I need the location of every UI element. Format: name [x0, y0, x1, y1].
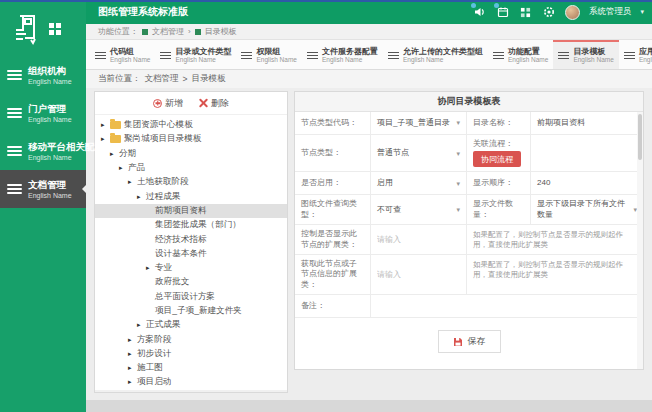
caret-right-icon[interactable]: ▸: [119, 164, 128, 172]
tree-item[interactable]: 设计基本条件: [95, 247, 287, 261]
add-button[interactable]: 新增: [153, 97, 183, 110]
tab-lines-icon: [388, 50, 399, 61]
sidebar-item-org[interactable]: 组织机构 English Name: [0, 56, 86, 94]
user-name[interactable]: 系统管理员: [589, 6, 632, 18]
form-title: 协同目录模板表: [295, 92, 643, 112]
tab-label: 文件服务器配置: [322, 47, 378, 56]
tree-item[interactable]: ▸产品: [95, 161, 287, 175]
save-button[interactable]: 保存: [438, 330, 501, 353]
form-row: 控制是否显示此节点的扩展类： 如果配置了，则控制节点是否显示的规则起作用，直接使…: [295, 225, 643, 255]
file-count-select[interactable]: 显示下级目录下所有文件数量▾: [531, 195, 643, 224]
function-crumb-1[interactable]: 文档管理: [152, 26, 184, 37]
bottom-strip: [86, 400, 652, 412]
tab-dir-file-type[interactable]: 目录或文件类型English Name: [155, 40, 236, 69]
caret-right-icon[interactable]: ▸: [128, 336, 137, 344]
crumb-separator: ›: [188, 27, 191, 36]
user-avatar[interactable]: [565, 5, 580, 20]
query-type-value: 不可查: [377, 205, 401, 215]
scrollbar-thumb[interactable]: [638, 114, 642, 160]
tree-item[interactable]: ▸邮件文件: [95, 390, 287, 392]
flow-select-button[interactable]: 协同流程: [473, 151, 521, 167]
caret-right-icon[interactable]: ▸: [137, 321, 146, 329]
caret-right-icon[interactable]: ▸: [146, 264, 155, 272]
fullscreen-icon[interactable]: [519, 5, 533, 19]
breadcrumb-item-template[interactable]: 目录模板: [191, 73, 225, 85]
tab-permission-group[interactable]: 权限组English Name: [236, 40, 301, 69]
sidebar-item-sub: English Name: [28, 116, 72, 123]
caret-right-icon[interactable]: ▸: [101, 121, 110, 129]
tree-item[interactable]: 项目_子项_新建文件夹: [95, 304, 287, 318]
caret-right-icon[interactable]: ▸: [128, 178, 137, 186]
menu-lines-icon: [7, 182, 22, 196]
caret-right-icon[interactable]: ▸: [128, 350, 137, 358]
fetch-ext-input[interactable]: [377, 270, 460, 279]
tab-lines-icon: [160, 50, 171, 61]
sound-icon[interactable]: [473, 5, 487, 19]
tree-item[interactable]: ▸聚尚城项目目录模板: [95, 132, 287, 146]
caret-right-icon[interactable]: ▸: [128, 364, 137, 372]
tree-item[interactable]: ▸项目启动: [95, 375, 287, 389]
tree-item[interactable]: 总平面设计方案: [95, 290, 287, 304]
tab-function-config[interactable]: 功能配置English Name: [488, 40, 553, 69]
tree-item[interactable]: ▸专业: [95, 261, 287, 275]
sidebar-item-label: 组织机构: [28, 65, 72, 78]
delete-button[interactable]: 删除: [199, 97, 229, 110]
tree-item[interactable]: ▸方案阶段: [95, 332, 287, 346]
tab-lines-icon: [624, 50, 635, 61]
tree-item[interactable]: ▸土地获取阶段: [95, 175, 287, 189]
order-label: 显示顺序：: [467, 172, 531, 194]
template-form-panel: 协同目录模板表 节点类型代码： 项目_子项_普通目录▾ 目录名称： 前期项目资料…: [294, 91, 644, 370]
tree-item-label: 总平面设计方案: [155, 291, 215, 303]
sidebar-item-mobile[interactable]: 移动平台相关配置 English Name: [0, 132, 86, 170]
add-button-label: 新增: [165, 97, 183, 110]
show-ext-input[interactable]: [377, 235, 460, 244]
apps-grid-icon[interactable]: [49, 23, 61, 35]
tab-sub: English Name: [403, 56, 483, 63]
remark-input[interactable]: [377, 302, 637, 311]
node-code-select[interactable]: 项目_子项_普通目录▾: [371, 112, 467, 134]
tree-item-selected[interactable]: 前期项目资料: [95, 204, 287, 218]
breadcrumb-item-document[interactable]: 文档管理: [145, 73, 179, 85]
tree-item-label: 集团签批成果（部门）: [155, 219, 241, 231]
sidebar-item-portal[interactable]: 门户管理 English Name: [0, 94, 86, 132]
node-type-label: 节点类型：: [295, 135, 371, 171]
caret-right-icon[interactable]: ▸: [137, 193, 146, 201]
breadcrumb: 当前位置： 文档管理 > 目录模板: [86, 70, 652, 88]
enabled-value: 启用: [377, 178, 393, 188]
tree-item[interactable]: ▸施工图: [95, 361, 287, 375]
caret-right-icon[interactable]: ▸: [128, 378, 137, 386]
delete-x-icon: [199, 99, 208, 108]
tree-item[interactable]: ▸初步设计: [95, 347, 287, 361]
tree-item[interactable]: ▸过程成果: [95, 189, 287, 203]
calendar-icon[interactable]: [496, 5, 510, 19]
tree-item[interactable]: ▸分期: [95, 147, 287, 161]
tree-item[interactable]: ▸正式成果: [95, 318, 287, 332]
tab-code-group[interactable]: 代码组English Name: [90, 40, 155, 69]
tree-item[interactable]: 经济技术指标: [95, 232, 287, 246]
enabled-select[interactable]: 启用▾: [371, 172, 467, 194]
node-type-select[interactable]: 普通节点▾: [371, 135, 467, 171]
tab-label: 权限组: [256, 47, 296, 56]
caret-right-icon[interactable]: ▸: [110, 150, 119, 158]
tree-item[interactable]: 政府批文: [95, 275, 287, 289]
tab-allowed-file-types[interactable]: 允许上传的文件类型组English Name: [383, 40, 488, 69]
query-type-select[interactable]: 不可查▾: [371, 195, 467, 224]
tab-application-scene[interactable]: 应用场English N: [619, 40, 652, 69]
user-menu-caret-icon[interactable]: ▾: [640, 8, 644, 16]
form-scrollbar[interactable]: [637, 112, 643, 369]
tree-item[interactable]: ▸集团资源中心模板: [95, 118, 287, 132]
tab-directory-template[interactable]: 目录模板English Name: [553, 40, 618, 69]
file-count-label: 显示文件数量：: [467, 195, 531, 224]
tree-item[interactable]: 集团签批成果（部门）: [95, 218, 287, 232]
save-floppy-icon: [453, 337, 463, 347]
form-row: 节点类型： 普通节点▾ 关联流程： 协同流程: [295, 135, 643, 172]
function-crumb-2[interactable]: 目录模板: [205, 26, 237, 37]
tab-file-server-config[interactable]: 文件服务器配置English Name: [302, 40, 383, 69]
settings-gear-icon[interactable]: [542, 5, 556, 19]
dir-name-label: 目录名称：: [467, 112, 531, 134]
sidebar-item-document[interactable]: 文档管理 English Name: [0, 170, 86, 208]
flow-label: 关联流程：: [473, 139, 513, 149]
module-icon: [195, 29, 201, 35]
chevron-down-icon: ▾: [456, 149, 460, 158]
order-value: 240: [531, 172, 643, 194]
